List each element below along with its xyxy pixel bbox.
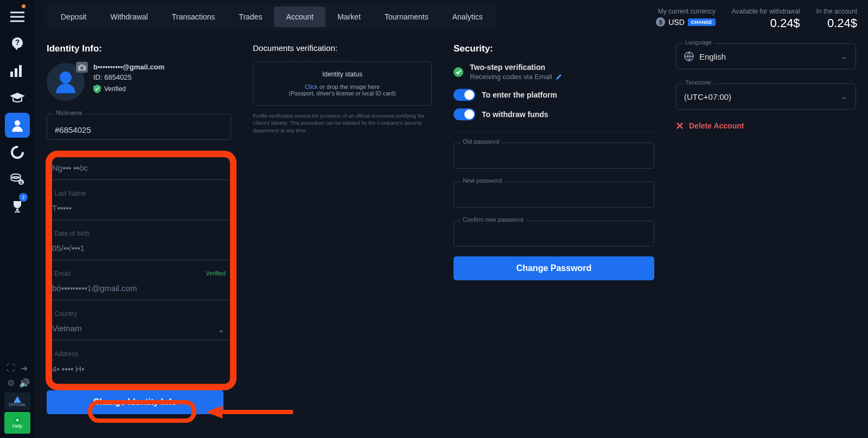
top-bar: Deposit Withdrawal Transactions Trades A… <box>35 0 868 34</box>
edit-pencil-icon[interactable] <box>556 74 562 80</box>
upload-line1: Click or drop the image here <box>259 83 426 90</box>
security-column: Security: Two-step verification Receivin… <box>454 43 654 428</box>
svg-rect-16 <box>80 65 84 66</box>
change-currency-button[interactable]: CHANGE <box>688 18 716 26</box>
timezone-select[interactable]: Timezone (UTC+07:00) ⌄ <box>676 83 856 110</box>
document-upload-zone[interactable]: Identity status Click or drop the image … <box>253 61 432 106</box>
help-button[interactable]: Help <box>4 412 30 434</box>
svg-rect-3 <box>15 68 17 77</box>
two-step-sub: Receiving codes via Email <box>470 73 562 81</box>
avatar[interactable] <box>47 63 85 101</box>
trophy-icon[interactable]: 2 <box>5 194 30 219</box>
withdrawal-value: 0.24$ <box>732 16 800 30</box>
delete-account-button[interactable]: Delete Account <box>676 121 856 130</box>
two-step-label: Two-step verification <box>470 63 562 72</box>
currency-code: USD <box>668 18 685 27</box>
email-input[interactable] <box>47 267 231 300</box>
change-identity-button[interactable]: Change Identity Info <box>47 390 224 414</box>
tab-deposit[interactable]: Deposit <box>49 7 98 27</box>
identity-title: Identity Info: <box>47 43 231 54</box>
upload-line1-rest: or drop the image here <box>318 83 380 90</box>
confirm-password-label: Confirm new password <box>461 216 526 223</box>
tab-trades[interactable]: Trades <box>227 7 274 27</box>
tab-account[interactable]: Account <box>274 7 326 27</box>
toggle-withdraw-label: To withdraw funds <box>482 110 548 119</box>
change-password-button[interactable]: Change Password <box>454 256 654 280</box>
ring-icon[interactable] <box>5 140 30 165</box>
svg-text:$: $ <box>20 180 23 185</box>
withdrawal-label: Available for withdrawal <box>732 8 800 15</box>
dob-field[interactable]: Date of birth <box>47 227 231 260</box>
identity-column: Identity Info: b▪▪▪▪▪▪▪▪▪▪@gmail.com ID:… <box>47 43 253 428</box>
tab-analytics[interactable]: Analytics <box>441 7 495 27</box>
check-circle-icon <box>454 67 463 77</box>
toggle-platform-row: To enter the platform <box>454 89 654 101</box>
timezone-value: (UTC+07:00) <box>684 92 731 101</box>
svg-point-5 <box>15 120 20 126</box>
identity-status-title: Identity status <box>259 70 426 78</box>
tab-transactions[interactable]: Transactions <box>160 7 227 27</box>
country-field[interactable]: Country ⌄ <box>47 307 231 340</box>
help-chat-icon[interactable]: ? <box>5 31 30 56</box>
help-label: Help <box>12 423 23 429</box>
address-field[interactable]: Address <box>47 347 231 381</box>
nickname-input[interactable] <box>47 114 231 139</box>
upload-click-link[interactable]: Click <box>305 83 318 90</box>
svg-point-13 <box>60 72 72 83</box>
official-button[interactable]: OFFICIAL <box>4 392 30 410</box>
currency-symbol-icon: $ <box>656 17 665 27</box>
first-name-field[interactable]: First Name <box>47 146 231 180</box>
last-name-field[interactable]: Last Name <box>47 186 231 220</box>
profile-email: b▪▪▪▪▪▪▪▪▪▪@gmail.com <box>93 63 164 71</box>
account-icon[interactable] <box>5 113 30 138</box>
account-value: 0.24$ <box>816 16 857 30</box>
email-verified-badge: Verified <box>206 270 226 276</box>
official-label: OFFICIAL <box>9 403 26 407</box>
language-value: English <box>699 52 726 61</box>
security-title: Security: <box>454 43 654 54</box>
old-password-label: Old password <box>461 138 501 145</box>
camera-icon[interactable] <box>76 62 88 73</box>
dob-label: Date of birth <box>52 230 92 237</box>
nav-tabs: Deposit Withdrawal Transactions Trades A… <box>47 4 497 30</box>
timezone-label: Timezone <box>683 79 713 86</box>
balance-area: My current currency $ USD CHANGE Availab… <box>656 3 857 30</box>
first-name-label: First Name <box>52 150 88 157</box>
tab-market[interactable]: Market <box>326 7 373 27</box>
language-select[interactable]: Language English ⌄ <box>676 43 856 69</box>
profile-info: b▪▪▪▪▪▪▪▪▪▪@gmail.com ID: 6854025 Verifi… <box>93 63 164 93</box>
prefs-column: Language English ⌄ Timezone (UTC+07:00) … <box>654 43 856 428</box>
country-label: Country <box>52 310 79 318</box>
sound-icon[interactable]: 🔊 <box>19 378 29 388</box>
nickname-field[interactable]: Nickname <box>47 114 231 140</box>
new-password-input[interactable] <box>454 182 654 207</box>
close-icon <box>676 122 684 130</box>
menu-icon[interactable] <box>5 4 30 29</box>
chart-icon[interactable] <box>5 59 30 83</box>
gear-icon[interactable]: ⚙ <box>6 378 16 388</box>
email-label: Email <box>52 270 73 278</box>
email-field[interactable]: Email Verified <box>47 267 231 300</box>
education-icon[interactable] <box>5 86 30 111</box>
toggle-withdraw[interactable] <box>454 108 475 120</box>
toggle-platform-label: To enter the platform <box>482 91 557 99</box>
svg-point-15 <box>80 66 84 69</box>
toggle-platform[interactable] <box>454 89 475 101</box>
svg-text:?: ? <box>15 38 20 47</box>
confirm-password-field[interactable]: Confirm new password <box>454 221 654 247</box>
notification-dot <box>22 4 25 8</box>
confirm-password-input[interactable] <box>454 221 654 246</box>
toggle-withdraw-row: To withdraw funds <box>454 108 654 120</box>
currency-block: My current currency $ USD CHANGE <box>656 8 716 27</box>
fullscreen-icon[interactable]: ⛶ <box>6 363 16 373</box>
tab-withdrawal[interactable]: Withdrawal <box>98 7 159 27</box>
forward-icon[interactable]: ➜ <box>19 363 29 373</box>
old-password-field[interactable]: Old password <box>454 143 654 169</box>
old-password-input[interactable] <box>454 143 654 168</box>
documents-fine-print: Profile verification means the provision… <box>253 112 432 134</box>
coins-icon[interactable]: $ <box>5 167 30 192</box>
tab-tournaments[interactable]: Tournaments <box>373 7 441 27</box>
new-password-field[interactable]: New password <box>454 182 654 208</box>
withdrawal-balance-block: Available for withdrawal 0.24$ <box>732 8 800 30</box>
main-area: Deposit Withdrawal Transactions Trades A… <box>35 0 868 438</box>
